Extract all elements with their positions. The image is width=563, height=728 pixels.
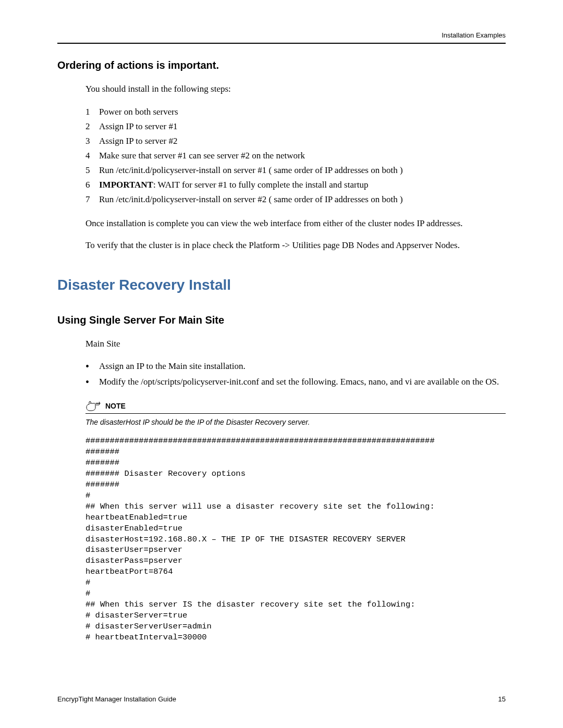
note-hand-icon: [85, 400, 101, 412]
list-item: 3Assign IP to server #2: [85, 134, 506, 149]
bullet-icon: •: [85, 375, 99, 389]
note-label: NOTE: [105, 402, 126, 410]
step-text: Assign IP to server #1: [99, 119, 506, 134]
step-text: Make sure that server #1 can see server …: [99, 149, 506, 163]
step-number: 4: [85, 149, 99, 163]
step-text: Assign IP to server #2: [99, 134, 506, 149]
note-header: NOTE: [85, 400, 506, 414]
section-heading-ordering: Ordering of actions is important.: [57, 59, 506, 71]
verify-paragraph: To verify that the cluster is in place c…: [85, 239, 506, 252]
step-text: Power on both servers: [99, 105, 506, 119]
list-item: 2Assign IP to server #1: [85, 119, 506, 134]
bullet-icon: •: [85, 360, 99, 373]
list-item: •Modify the /opt/scripts/policyserver-in…: [85, 375, 506, 389]
note-text: The disasterHost IP should be the IP of …: [85, 418, 506, 426]
step-number: 7: [85, 192, 99, 207]
step-number: 2: [85, 119, 99, 134]
step-text: IMPORTANT: WAIT for server #1 to fully c…: [99, 178, 506, 192]
list-item: •Assign an IP to the Main site installat…: [85, 360, 506, 373]
list-item: 4Make sure that server #1 can see server…: [85, 149, 506, 163]
step-number: 1: [85, 105, 99, 119]
header-section-label: Installation Examples: [442, 31, 506, 39]
step-text: Run /etc/init.d/policyserver-install on …: [99, 163, 506, 178]
step-number: 3: [85, 134, 99, 149]
bullet-text: Assign an IP to the Main site installati…: [99, 360, 506, 373]
bullet-text: Modify the /opt/scripts/policyserver-ini…: [99, 375, 506, 389]
install-steps-list: 1Power on both servers 2Assign IP to ser…: [85, 105, 506, 207]
section-heading-disaster-recovery: Disaster Recovery Install: [57, 277, 506, 293]
main-site-label: Main Site: [85, 338, 506, 350]
list-item: 5Run /etc/init.d/policyserver-install on…: [85, 163, 506, 178]
list-item: 7Run /etc/init.d/policyserver-install on…: [85, 192, 506, 207]
subsection-heading-single-server: Using Single Server For Main Site: [57, 314, 506, 326]
page-footer: EncrypTight Manager Installation Guide 1…: [57, 695, 506, 703]
main-site-bullets: •Assign an IP to the Main site installat…: [85, 360, 506, 389]
list-item: 1Power on both servers: [85, 105, 506, 119]
header-rule: [57, 43, 506, 44]
footer-title: EncrypTight Manager Installation Guide: [57, 695, 176, 703]
step-text: Run /etc/init.d/policyserver-install on …: [99, 192, 506, 207]
step-number: 5: [85, 163, 99, 178]
important-label: IMPORTANT: [99, 180, 153, 190]
step-number: 6: [85, 178, 99, 192]
config-code-block: ########################################…: [85, 436, 506, 643]
note-block: NOTE The disasterHost IP should be the I…: [85, 400, 506, 426]
step-text-tail: : WAIT for server #1 to fully complete t…: [153, 180, 368, 190]
intro-paragraph: You should install in the following step…: [85, 83, 506, 95]
page-number: 15: [498, 695, 506, 703]
post-install-paragraph: Once installation is complete you can vi…: [85, 217, 506, 230]
list-item: 6IMPORTANT: WAIT for server #1 to fully …: [85, 178, 506, 192]
